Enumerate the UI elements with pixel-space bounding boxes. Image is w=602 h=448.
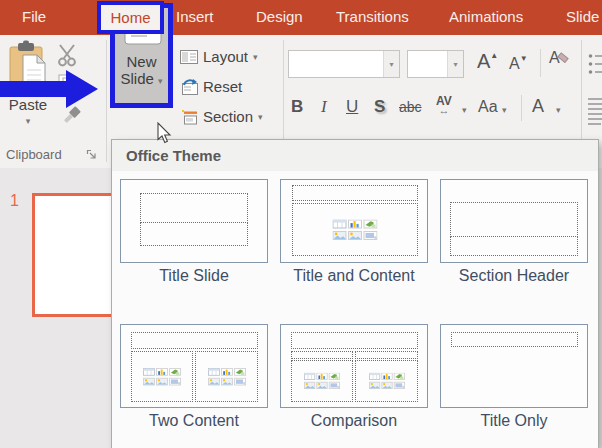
- clipboard-dialog-launcher-icon[interactable]: [86, 149, 97, 160]
- placeholder-content-left: [291, 360, 353, 402]
- section-caret: ▾: [258, 112, 263, 122]
- align-text-icon[interactable]: [588, 96, 602, 126]
- tab-slide-show[interactable]: Slide Show: [566, 8, 602, 25]
- content-placeholder-icons: [304, 373, 340, 390]
- bullets-icon[interactable]: [588, 52, 602, 76]
- placeholder-content-right: [195, 351, 258, 402]
- slide-number: 1: [10, 192, 19, 210]
- clear-formatting-button[interactable]: A: [549, 49, 570, 67]
- font-size-combo[interactable]: ▾: [407, 50, 464, 78]
- tab-home-label: Home: [110, 9, 150, 26]
- section-label: Section: [203, 108, 253, 125]
- layout-tile-title-and-content[interactable]: [280, 179, 428, 263]
- font-name-combo[interactable]: ▾: [288, 50, 400, 78]
- placeholder-content-left: [131, 351, 193, 402]
- group-divider: [106, 40, 107, 162]
- slide-1-thumbnail[interactable]: [32, 193, 118, 317]
- layout-label-comparison: Comparison: [280, 412, 428, 430]
- reset-icon: [180, 79, 198, 95]
- layout-label-title-slide: Title Slide: [120, 267, 268, 285]
- decrease-font-size-button[interactable]: A▼: [509, 54, 528, 73]
- layout-tile-title-only[interactable]: [440, 324, 588, 408]
- placeholder-title: [140, 193, 248, 223]
- italic-button[interactable]: I: [321, 97, 327, 117]
- powerpoint-window: { "tabbar": { "tabs": ["File", "Home", "…: [0, 0, 602, 448]
- reset-label: Reset: [203, 78, 242, 95]
- tab-transitions[interactable]: Transitions: [336, 8, 409, 25]
- content-placeholder-icons: [333, 219, 378, 240]
- layout-tile-title-slide[interactable]: [120, 179, 268, 263]
- eraser-icon: [557, 51, 570, 63]
- character-spacing-caret: ▾: [462, 105, 467, 115]
- annotation-arrow-icon: [0, 66, 100, 112]
- placeholder-title: [291, 332, 418, 349]
- content-placeholder-icons: [369, 373, 405, 390]
- content-placeholder-icons: [143, 368, 181, 386]
- layout-label-two-content: Two Content: [120, 412, 268, 430]
- character-spacing-button[interactable]: AV ↔: [436, 97, 452, 115]
- section-icon: [180, 109, 198, 125]
- font-color-caret: ▾: [556, 105, 561, 115]
- reset-button[interactable]: Reset: [180, 78, 242, 95]
- ribbon-tab-bar: File Insert Design Transitions Animation…: [0, 0, 602, 35]
- tab-animations[interactable]: Animations: [449, 8, 523, 25]
- section-button[interactable]: Section ▾: [180, 108, 263, 125]
- layout-label-section-header: Section Header: [440, 267, 588, 285]
- placeholder-caption-left: [291, 351, 353, 359]
- content-placeholder-icons: [208, 368, 246, 386]
- layout-caret: ▾: [253, 52, 258, 62]
- font-color-button[interactable]: A: [532, 96, 544, 117]
- new-slide-layout-gallery: Office Theme Title Slide Title and Conte…: [111, 139, 599, 448]
- layout-tile-section-header[interactable]: [440, 179, 588, 263]
- placeholder-title: [292, 185, 418, 201]
- clipboard-group-label: Clipboard: [6, 147, 62, 162]
- font-size-value: [408, 51, 447, 77]
- tab-home-highlighted[interactable]: Home: [97, 1, 164, 34]
- placeholder-title: [131, 332, 258, 349]
- button-divider: [521, 95, 522, 121]
- underline-button[interactable]: U: [346, 97, 358, 117]
- tab-file[interactable]: File: [22, 8, 46, 25]
- button-divider: [540, 49, 541, 77]
- tab-insert[interactable]: Insert: [176, 8, 214, 25]
- text-shadow-button[interactable]: S: [374, 97, 385, 117]
- layout-tile-two-content[interactable]: [120, 324, 268, 408]
- layout-icon: [180, 50, 198, 64]
- layout-label-title-only: Title Only: [440, 412, 588, 430]
- layout-label-title-and-content: Title and Content: [280, 267, 428, 285]
- new-slide-label-line1: New: [120, 53, 162, 70]
- office-theme-header: Office Theme: [112, 140, 598, 171]
- layout-tile-comparison[interactable]: [280, 324, 428, 408]
- layout-label: Layout: [203, 48, 248, 65]
- cut-icon[interactable]: [54, 42, 80, 68]
- new-slide-label-line2: Slide: [120, 70, 153, 87]
- increase-font-size-button[interactable]: A▲: [477, 50, 498, 73]
- strikethrough-button[interactable]: abc: [399, 99, 422, 115]
- paste-dropdown-caret[interactable]: ▾: [4, 116, 52, 126]
- change-case-button[interactable]: Aa: [478, 98, 498, 116]
- tab-design[interactable]: Design: [256, 8, 303, 25]
- bold-button[interactable]: B: [291, 97, 303, 117]
- placeholder-title: [450, 202, 578, 237]
- font-name-value: [289, 51, 383, 77]
- placeholder-title: [451, 332, 578, 347]
- new-slide-caret: ▾: [158, 76, 163, 86]
- font-size-dropdown-icon[interactable]: ▾: [447, 51, 463, 77]
- placeholder-content-right: [355, 360, 418, 402]
- placeholder-content: [292, 203, 418, 256]
- placeholder-caption-right: [355, 351, 418, 359]
- change-case-caret: ▾: [502, 105, 507, 115]
- font-name-dropdown-icon[interactable]: ▾: [383, 51, 399, 77]
- layout-button[interactable]: Layout ▾: [180, 48, 258, 65]
- placeholder-subtitle: [140, 222, 248, 246]
- placeholder-text: [450, 236, 578, 256]
- mouse-cursor-icon: [156, 122, 172, 144]
